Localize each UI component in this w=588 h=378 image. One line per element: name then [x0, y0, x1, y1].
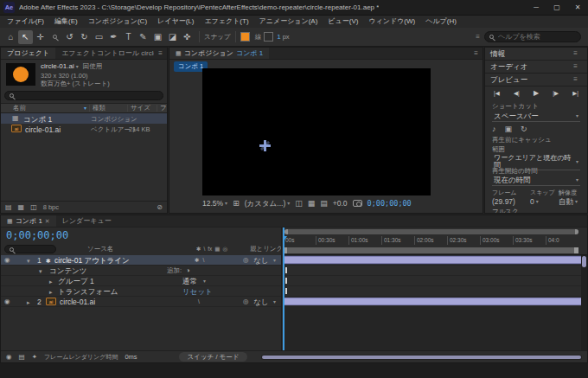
horizontal-scrollbar-thumb[interactable] — [262, 356, 581, 359]
help-search-box[interactable] — [484, 31, 581, 42]
layer-duration-bar[interactable] — [284, 256, 585, 264]
tab-effect-controls[interactable]: エフェクトコントロール circle-01 — [55, 48, 154, 59]
play-start-dropdown[interactable]: 現在の時間 ▾ — [492, 176, 580, 186]
menu-layer[interactable]: レイヤー(L) — [152, 18, 199, 25]
menu-composition[interactable]: コンポジション(C) — [83, 18, 152, 25]
twirl-closed-icon[interactable]: ▸ — [49, 276, 53, 286]
twirl-closed-icon[interactable]: ▸ — [49, 286, 53, 297]
maximize-button[interactable]: ▢ — [546, 0, 567, 15]
column-type[interactable]: 種類 — [89, 105, 127, 112]
workspace-menu-icon[interactable]: ≡ — [471, 34, 484, 41]
panel-menu-icon[interactable]: ≡ — [569, 50, 582, 57]
twirl-open-icon[interactable]: ▾ — [27, 255, 30, 266]
group-label[interactable]: グループ 1 — [58, 276, 94, 286]
preview-panel-header[interactable]: プレビュー ≡ — [485, 74, 587, 86]
layer-row-1[interactable]: ◉ ▾ 1 ✱ circle-01 アウトライン ✱\ ◎ なし ▾ — [1, 255, 281, 266]
snapshot-camera-icon[interactable] — [353, 200, 362, 207]
minimize-button[interactable]: ─ — [526, 0, 546, 15]
vertical-scrollbar[interactable] — [581, 255, 587, 350]
brush-tool-icon[interactable]: ✎ — [136, 30, 150, 44]
parent-dropdown[interactable]: なし — [253, 297, 268, 307]
column-source-name[interactable]: ソース名 — [87, 246, 113, 253]
pen-tool-icon[interactable]: ✒ — [106, 30, 121, 44]
audio-mute-icon[interactable]: ♪ — [492, 125, 496, 133]
layer-name[interactable]: circle-01.ai — [60, 297, 95, 307]
audio-panel-header[interactable]: オーディオ ≡ — [485, 61, 587, 74]
trash-icon[interactable]: ⊘ — [157, 204, 163, 211]
folder-icon[interactable]: ▤ — [5, 204, 12, 211]
column-name[interactable]: 名前 — [1, 105, 84, 112]
resolution-dropdown[interactable]: (カスタム...)▾ — [245, 200, 291, 208]
fullscreen-label[interactable]: フルスク... — [492, 208, 524, 214]
eye-icon[interactable]: ◉ — [4, 297, 10, 307]
navigator-handle-left[interactable] — [284, 229, 288, 234]
column-parent-link[interactable]: 親とリンク — [250, 246, 282, 253]
first-frame-button[interactable]: |◀ — [494, 91, 500, 97]
timeline-timecode[interactable]: 0;00;00;00 — [6, 230, 68, 240]
previous-frame-button[interactable]: ◀| — [514, 91, 520, 97]
eye-icon[interactable]: ◉ — [4, 255, 10, 266]
motion-blur-switch[interactable]: ✱ — [195, 258, 199, 264]
zoom-dropdown[interactable]: 12.5%▾ — [202, 200, 227, 208]
stroke-width-value[interactable]: 1 — [277, 34, 280, 41]
pickwhip-icon[interactable]: ◎ — [243, 255, 249, 266]
layer-duration-bar[interactable] — [284, 298, 585, 305]
fill-color-swatch[interactable] — [240, 32, 250, 42]
layer-name[interactable]: circle-01 アウトライン — [54, 255, 130, 266]
region-of-interest-icon[interactable]: ▤ — [320, 200, 328, 208]
transform-row[interactable]: ▸ トランスフォーム リセット — [1, 286, 281, 297]
loop-icon[interactable]: ↻ — [521, 125, 527, 133]
collapse-column-icon[interactable]: \ — [203, 247, 205, 253]
tab-project[interactable]: プロジェクト — [1, 48, 55, 59]
column-f[interactable]: フ — [157, 105, 167, 112]
last-frame-button[interactable]: ▶| — [572, 91, 578, 97]
bit-depth-label[interactable]: 8 bpc — [43, 204, 59, 211]
mask-toggle-icon[interactable]: ◫ — [295, 200, 303, 208]
column-size[interactable]: サイズ — [127, 105, 157, 112]
play-button[interactable]: ▶ — [534, 90, 539, 97]
selection-tool-icon[interactable]: ↖ — [18, 30, 33, 44]
pickwhip-icon[interactable]: ◎ — [243, 297, 249, 307]
eraser-tool-icon[interactable]: ◪ — [165, 30, 180, 44]
project-row-footage[interactable]: ai circle-01.ai ベクトルアート 214 KB — [1, 124, 167, 134]
menu-file[interactable]: ファイル(F) — [2, 18, 49, 25]
twirl-closed-icon[interactable]: ▸ — [27, 297, 30, 307]
live-update-icon[interactable]: ◉ — [6, 354, 12, 361]
timeline-search-box[interactable] — [4, 245, 56, 253]
viewer-timecode[interactable]: 0;00;00;00 — [368, 200, 412, 208]
stroke-color-swatch[interactable] — [264, 32, 273, 42]
blend-mode-dropdown[interactable]: 通常 — [182, 276, 197, 286]
graph-editor-icon[interactable]: ✦ — [32, 354, 37, 361]
next-frame-button[interactable]: |▶ — [553, 91, 559, 97]
work-area-end-handle[interactable] — [574, 247, 578, 253]
frame-blend-column-icon[interactable]: ▦ — [214, 247, 220, 253]
new-composition-icon[interactable]: ▦ — [18, 204, 25, 211]
composition-viewport[interactable] — [202, 68, 431, 195]
reset-link[interactable]: リセット — [182, 286, 213, 297]
info-panel-header[interactable]: 情報 ≡ — [485, 48, 587, 61]
menu-view[interactable]: ビュー(V) — [323, 18, 363, 25]
home-tool-icon[interactable]: ⌂ — [3, 30, 18, 44]
work-area-bar[interactable] — [283, 247, 578, 253]
zoom-tool-icon[interactable] — [48, 30, 62, 44]
switches-icon[interactable]: ▤ — [19, 354, 25, 361]
panel-menu-icon[interactable]: ≡ — [569, 63, 582, 70]
skip-dropdown[interactable]: 0▾ — [530, 198, 559, 206]
close-button[interactable]: ✕ — [567, 0, 588, 15]
clone-stamp-tool-icon[interactable]: ▣ — [150, 30, 165, 44]
collapse-switch[interactable]: \ — [202, 258, 204, 264]
group-row[interactable]: ▸ グループ 1 通常 ▾ — [1, 276, 281, 286]
overlay-icon[interactable]: ▣ — [505, 125, 513, 133]
hand-tool-icon[interactable]: ✛ — [33, 30, 48, 44]
vertical-scrollbar-thumb[interactable] — [582, 256, 586, 267]
rotate-tool-icon[interactable]: ↻ — [77, 30, 92, 44]
parent-dropdown[interactable]: なし — [253, 255, 268, 266]
pickwhip-column-icon[interactable]: ◎ — [222, 247, 227, 253]
cache-before-playback-label[interactable]: 再生前にキャッシュ — [492, 137, 552, 144]
playhead-line[interactable] — [283, 227, 284, 350]
horizontal-scrollbar[interactable] — [261, 355, 582, 360]
menu-animation[interactable]: アニメーション(A) — [254, 18, 323, 25]
time-navigator[interactable] — [284, 229, 578, 234]
add-shape-icon[interactable]: ◑ — [186, 266, 190, 276]
grid-guides-icon[interactable]: ⊞ — [233, 200, 240, 208]
